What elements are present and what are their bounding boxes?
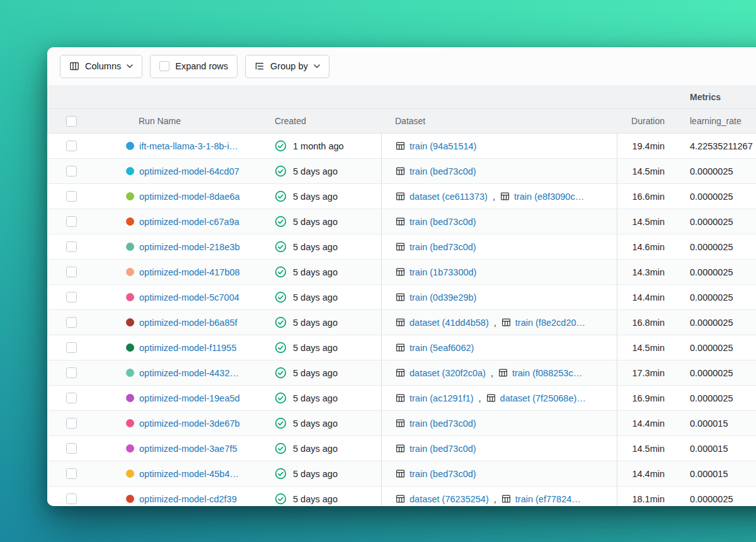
dataset-cell: dataset (320f2c0a) , train (f088253c… [381,360,617,385]
run-name-link[interactable]: optimized-model-f11955 [139,343,236,353]
run-name-link[interactable]: optimized-model-c67a9a [139,217,239,227]
row-checkbox[interactable] [66,367,77,378]
run-name-link[interactable]: optimized-model-8dae6a [139,192,240,202]
row-checkbox[interactable] [66,141,77,151]
run-name-link[interactable]: optimized-model-19ea5d [139,393,240,403]
row-checkbox[interactable] [66,342,77,353]
run-color-dot [126,318,134,326]
table-row[interactable]: optimized-model-cd2f39 5 days ago datase… [47,487,756,506]
table-row[interactable]: optimized-model-8dae6a 5 days ago datase… [47,184,756,209]
dataset-link[interactable]: train (94a51514) [410,141,476,151]
run-name-column-header[interactable]: Run Name [113,116,271,126]
dataset-link[interactable]: train (ef77824… [515,494,581,504]
dataset-link[interactable]: train (e8f3090c… [514,192,584,202]
dataset-column-header[interactable]: Dataset [381,116,617,126]
dataset-separator: , [493,192,495,202]
group-by-icon [255,61,265,71]
row-checkbox[interactable] [66,166,77,176]
row-checkbox[interactable] [66,216,77,227]
row-checkbox[interactable] [66,191,77,202]
dataset-link[interactable]: train (5eaf6062) [410,343,474,353]
duration-text: 16.9min [632,393,665,403]
columns-button[interactable]: Columns [60,55,142,78]
dataset-link[interactable]: train (bed73c0d) [410,166,476,176]
row-checkbox[interactable] [66,493,77,504]
run-color-dot [126,293,134,301]
table-row[interactable]: optimized-model-3de67b 5 days ago train … [47,411,756,436]
row-checkbox[interactable] [66,418,77,429]
table-row[interactable]: optimized-model-45b4… 5 days ago train (… [47,461,756,487]
dataset-link[interactable]: dataset (320f2c0a) [410,368,486,378]
learning-rate-text: 0.0000025 [690,292,733,303]
table-row[interactable]: optimized-model-3ae7f5 5 days ago train … [47,436,756,461]
table-icon [501,318,511,327]
dataset-link[interactable]: dataset (41dd4b58) [410,318,489,328]
runs-table-panel: Columns Expand rows Group by Metrics Run… [47,47,756,506]
check-circle-icon [275,342,287,354]
dataset-link[interactable]: train (0d39e29b) [410,292,476,303]
dataset-link[interactable]: train (bed73c0d) [410,217,476,227]
dataset-link[interactable]: train (bed73c0d) [410,444,476,454]
table-row[interactable]: optimized-model-417b08 5 days ago train … [47,260,756,285]
learning-rate-text: 0.0000025 [690,217,733,227]
table-row[interactable]: optimized-model-218e3b 5 days ago train … [47,234,756,260]
table-row[interactable]: optimized-model-19ea5d 5 days ago train … [47,386,756,411]
run-color-dot [126,192,134,200]
table-row[interactable]: ift-meta-llama-3-1-8b-i… 1 month ago tra… [47,134,756,159]
row-checkbox[interactable] [66,267,77,277]
table-row[interactable]: optimized-model-5c7004 5 days ago train … [47,285,756,310]
dataset-link[interactable]: train (f8e2cd20… [515,318,585,328]
duration-text: 14.5min [632,343,665,353]
created-column-header[interactable]: Created [271,116,381,126]
created-text: 5 days ago [293,469,338,479]
table-row[interactable]: optimized-model-4432… 5 days ago dataset… [47,360,756,386]
expand-rows-button[interactable]: Expand rows [150,55,238,78]
dataset-link[interactable]: dataset (ce611373) [410,192,488,202]
table-row[interactable]: optimized-model-64cd07 5 days ago train … [47,159,756,184]
dataset-link[interactable]: train (bed73c0d) [410,242,476,252]
table-row[interactable]: optimized-model-f11955 5 days ago train … [47,335,756,360]
run-name-link[interactable]: optimized-model-4432… [139,368,239,378]
group-by-button-label: Group by [270,61,308,71]
table-icon [396,444,405,453]
dataset-link[interactable]: train (bed73c0d) [410,418,476,429]
row-checkbox[interactable] [66,292,77,303]
table-row[interactable]: optimized-model-b6a85f 5 days ago datase… [47,310,756,335]
run-name-link[interactable]: optimized-model-cd2f39 [139,494,237,504]
run-name-link[interactable]: optimized-model-45b4… [139,469,239,479]
row-checkbox[interactable] [66,393,77,403]
learning-rate-column-header[interactable]: learning_rate [671,116,756,126]
table-row[interactable]: optimized-model-c67a9a 5 days ago train … [47,209,756,234]
learning-rate-text: 4.22535211267 [690,141,753,151]
duration-text: 14.5min [632,217,665,227]
run-color-dot [126,268,134,276]
duration-column-header[interactable]: Duration [617,116,671,126]
run-name-link[interactable]: optimized-model-218e3b [139,242,240,252]
run-name-link[interactable]: optimized-model-3de67b [139,418,240,429]
row-checkbox[interactable] [66,241,77,252]
run-name-link[interactable]: optimized-model-5c7004 [139,292,239,303]
row-checkbox[interactable] [66,317,77,328]
select-all-checkbox[interactable] [66,116,77,127]
dataset-cell: train (94a51514) [381,134,617,158]
learning-rate-text: 0.0000025 [690,267,733,277]
run-name-link[interactable]: optimized-model-b6a85f [139,318,238,328]
row-checkbox[interactable] [66,443,77,454]
learning-rate-text: 0.000015 [690,418,728,429]
dataset-link[interactable]: train (ac1291f1) [410,393,474,403]
dataset-link[interactable]: train (f088253c… [512,368,582,378]
learning-rate-text: 0.0000025 [690,166,733,176]
run-name-link[interactable]: optimized-model-64cd07 [139,166,239,176]
dataset-link[interactable]: dataset (7f25068e)… [500,393,586,403]
row-checkbox[interactable] [66,468,77,479]
check-circle-icon [275,367,287,379]
dataset-link[interactable]: dataset (76235254) [410,494,489,504]
run-name-link[interactable]: optimized-model-3ae7f5 [139,444,238,454]
run-name-link[interactable]: optimized-model-417b08 [139,267,240,277]
check-circle-icon [275,241,287,253]
dataset-link[interactable]: train (1b73300d) [410,267,476,277]
dataset-link[interactable]: train (bed73c0d) [410,469,476,479]
group-by-button[interactable]: Group by [245,55,329,78]
learning-rate-text: 0.0000025 [690,494,733,504]
run-name-link[interactable]: ift-meta-llama-3-1-8b-i… [139,141,238,151]
